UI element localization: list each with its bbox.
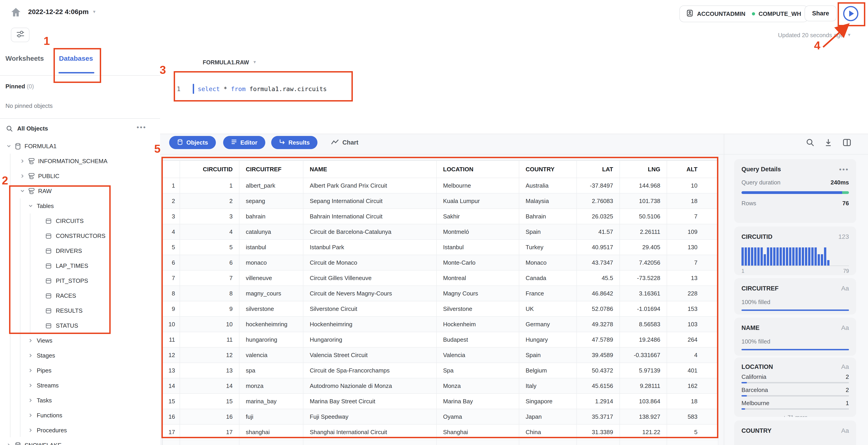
share-button[interactable]: Share <box>805 5 837 21</box>
table-cell[interactable]: 19.2486 <box>620 332 667 347</box>
table-cell[interactable]: 103.864 <box>620 393 667 409</box>
table-cell[interactable]: bahrain <box>239 209 303 224</box>
table-cell[interactable]: 583 <box>667 409 718 424</box>
table-cell[interactable]: Marina Bay <box>436 393 519 409</box>
table-cell[interactable]: 4 <box>667 347 718 363</box>
updated-status[interactable]: Updated 20 seconds ago▼ <box>778 32 851 38</box>
table-cell[interactable]: São Paulo <box>436 440 519 445</box>
column-header-alt[interactable]: ALT <box>667 161 718 178</box>
table-cell[interactable]: 3 <box>180 209 239 224</box>
row-number-cell[interactable]: 16 <box>162 409 180 424</box>
tree-item-races[interactable]: RACES <box>0 288 160 303</box>
column-header-circuitref[interactable]: CIRCUITREF <box>239 161 303 178</box>
row-number-cell[interactable]: 17 <box>162 424 180 440</box>
table-cell[interactable]: 5.97139 <box>620 363 667 378</box>
location-value-row[interactable]: Melbourne1 <box>742 400 849 410</box>
row-number-cell[interactable]: 7 <box>162 270 180 286</box>
tree-item-views[interactable]: Views <box>0 333 160 348</box>
table-cell[interactable]: 16 <box>180 409 239 424</box>
table-cell[interactable]: hockenheimring <box>239 316 303 332</box>
table-cell[interactable]: hungaroring <box>239 332 303 347</box>
table-cell[interactable]: 17 <box>180 424 239 440</box>
table-cell[interactable]: villeneuve <box>239 270 303 286</box>
table-cell[interactable]: Brazil <box>519 440 577 445</box>
table-cell[interactable]: Autódromo José Carlos Pace <box>303 440 436 445</box>
row-number-cell[interactable]: 8 <box>162 286 180 301</box>
table-cell[interactable]: Sepang International Circuit <box>303 193 436 209</box>
table-cell[interactable]: 109 <box>667 224 718 239</box>
row-number-cell[interactable]: 18 <box>162 440 180 445</box>
row-number-cell[interactable]: 6 <box>162 255 180 270</box>
editor-context-dropdown[interactable]: FORMULA1.RAW▼ <box>203 59 257 66</box>
tree-item-lap_times[interactable]: LAP_TIMES <box>0 258 160 273</box>
table-cell[interactable]: catalunya <box>239 224 303 239</box>
table-cell[interactable]: 153 <box>667 301 718 316</box>
table-cell[interactable]: UK <box>519 301 577 316</box>
table-cell[interactable]: 8.56583 <box>620 316 667 332</box>
table-cell[interactable]: 40.9517 <box>577 239 620 255</box>
table-cell[interactable]: Fuji Speedway <box>303 409 436 424</box>
tree-item-status[interactable]: STATUS <box>0 318 160 333</box>
row-number-cell[interactable]: 11 <box>162 332 180 347</box>
table-cell[interactable]: 46.8642 <box>577 286 620 301</box>
table-cell[interactable]: monza <box>239 378 303 393</box>
table-cell[interactable]: 31.3389 <box>577 424 620 440</box>
table-cell[interactable]: 39.4589 <box>577 347 620 363</box>
row-number-cell[interactable]: 1 <box>162 178 180 193</box>
tree-item-functions[interactable]: Functions <box>0 408 160 423</box>
editor-toggle-button[interactable]: Editor <box>223 136 265 149</box>
table-cell[interactable]: albert_park <box>239 178 303 193</box>
table-cell[interactable]: monaco <box>239 255 303 270</box>
table-cell[interactable]: Hockenheimring <box>303 316 436 332</box>
row-number-cell[interactable]: 9 <box>162 301 180 316</box>
table-cell[interactable]: magny_cours <box>239 286 303 301</box>
table-cell[interactable]: 3.16361 <box>620 286 667 301</box>
table-cell[interactable]: shanghai <box>239 424 303 440</box>
row-number-cell[interactable]: 15 <box>162 393 180 409</box>
table-cell[interactable]: Oyama <box>436 409 519 424</box>
more-values-link[interactable]: + 71 more <box>742 414 849 417</box>
table-cell[interactable]: Montreal <box>436 270 519 286</box>
table-cell[interactable]: Shanghai <box>436 424 519 440</box>
table-cell[interactable]: 228 <box>667 286 718 301</box>
table-cell[interactable]: Monza <box>436 378 519 393</box>
tab-worksheets[interactable]: Worksheets <box>5 55 44 62</box>
table-cell[interactable]: Budapest <box>436 332 519 347</box>
column-header-location[interactable]: LOCATION <box>436 161 519 178</box>
table-cell[interactable]: Circuit de Spa-Francorchamps <box>303 363 436 378</box>
table-cell[interactable]: 101.738 <box>620 193 667 209</box>
table-cell[interactable]: 26.0325 <box>577 209 620 224</box>
table-cell[interactable]: 264 <box>667 332 718 347</box>
table-cell[interactable]: 10 <box>667 178 718 193</box>
table-cell[interactable]: 15 <box>180 393 239 409</box>
table-cell[interactable]: Belgium <box>519 363 577 378</box>
table-cell[interactable]: 1 <box>180 178 239 193</box>
column-header-lng[interactable]: LNG <box>620 161 667 178</box>
tree-item-raw[interactable]: RAW <box>0 183 160 199</box>
table-cell[interactable]: Istanbul <box>436 239 519 255</box>
table-cell[interactable]: Sakhir <box>436 209 519 224</box>
table-cell[interactable]: 52.0786 <box>577 301 620 316</box>
table-cell[interactable]: 6 <box>180 255 239 270</box>
object-search-row[interactable]: All Objects ••• <box>0 122 160 137</box>
table-cell[interactable]: 9 <box>180 301 239 316</box>
table-cell[interactable]: 45.6156 <box>577 378 620 393</box>
table-cell[interactable]: fuji <box>239 409 303 424</box>
table-cell[interactable]: 49.3278 <box>577 316 620 332</box>
table-cell[interactable]: valencia <box>239 347 303 363</box>
search-results-icon[interactable] <box>806 138 815 147</box>
home-icon[interactable] <box>10 6 23 18</box>
tree-item-circuits[interactable]: CIRCUITS <box>0 213 160 229</box>
table-cell[interactable]: Circuit de Monaco <box>303 255 436 270</box>
location-value-row[interactable]: Barcelona2 <box>742 386 849 397</box>
table-cell[interactable]: -1.01694 <box>620 301 667 316</box>
table-cell[interactable]: Kuala Lumpur <box>436 193 519 209</box>
table-cell[interactable]: -0.331667 <box>620 347 667 363</box>
table-cell[interactable]: Australia <box>519 178 577 193</box>
table-cell[interactable]: Circuit de Barcelona-Catalunya <box>303 224 436 239</box>
table-cell[interactable]: 29.405 <box>620 239 667 255</box>
table-cell[interactable]: 7 <box>180 270 239 286</box>
card-menu-icon[interactable]: ••• <box>839 165 849 173</box>
tree-item-pit_stops[interactable]: PIT_STOPS <box>0 273 160 288</box>
table-cell[interactable]: Hockenheim <box>436 316 519 332</box>
